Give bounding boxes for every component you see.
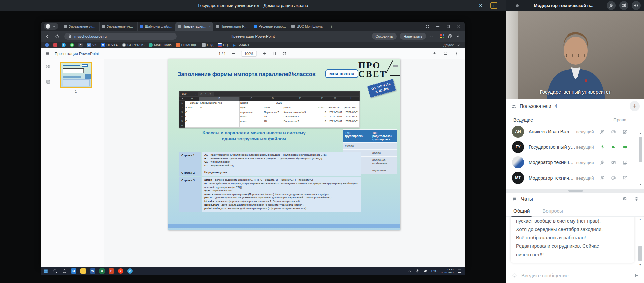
browser-profile-button[interactable] xyxy=(44,23,58,30)
popout-icon[interactable] xyxy=(622,196,627,201)
bookmark-почта[interactable]: ✉ПОЧТА xyxy=(101,43,118,47)
bookmark-icon-4[interactable]: ⚑ xyxy=(78,43,83,47)
bookmarks-more[interactable]: Другое xyxy=(443,43,461,48)
apps-grid-icon[interactable] xyxy=(425,24,430,29)
mic-right-icon[interactable] xyxy=(600,129,605,134)
scrollbar-thumb[interactable] xyxy=(638,246,642,261)
bookmark-сц[interactable]: СЦ xyxy=(218,43,228,47)
chat-settings-icon[interactable] xyxy=(634,196,639,201)
close-share-button[interactable]: × xyxy=(477,2,484,9)
panel-divider[interactable] xyxy=(506,189,644,193)
message-input[interactable]: Введите сообщение xyxy=(521,273,630,278)
participant-row-0[interactable]: АИАникеев Иван Вален...ведущий xyxy=(506,124,644,139)
speaker-video[interactable]: Государственный университет xyxy=(506,11,644,99)
folder-icon[interactable] xyxy=(78,267,88,275)
menu-icon[interactable] xyxy=(45,51,50,56)
divider-handle[interactable] xyxy=(568,190,583,192)
camera-right-icon[interactable] xyxy=(611,129,616,134)
volume-icon[interactable] xyxy=(423,269,428,274)
notifications-icon[interactable] xyxy=(457,269,462,274)
yandex-browser-icon[interactable]: Y xyxy=(116,267,125,275)
screen-right-icon[interactable] xyxy=(623,175,628,181)
participants-scrollbar[interactable]: ▲ ▼ xyxy=(638,132,643,186)
tab-general[interactable]: Общий xyxy=(513,205,530,217)
participant-row-3[interactable]: МТМодератор техничес...ведущий xyxy=(506,170,644,186)
word-icon[interactable]: W xyxy=(88,267,97,275)
back-icon[interactable] xyxy=(45,34,50,39)
screen-right-icon[interactable] xyxy=(623,129,628,134)
camera-off-button[interactable] xyxy=(619,1,628,10)
new-tab-button[interactable]: + xyxy=(330,24,333,29)
task-view-icon[interactable] xyxy=(60,267,69,275)
browser-tab-0[interactable]: Управление учебными за... xyxy=(62,22,100,31)
mic-right-icon[interactable] xyxy=(600,160,605,165)
page-thumbnail[interactable] xyxy=(60,62,92,88)
emoji-icon[interactable] xyxy=(512,273,517,278)
scrollbar-thumb[interactable] xyxy=(639,137,642,162)
search-icon[interactable] xyxy=(50,267,60,275)
participant-row-2[interactable]: Модератор техничес...ведущий xyxy=(506,155,644,170)
tray-expand-icon[interactable] xyxy=(407,269,412,274)
chat-messages[interactable]: пускает вообще в систему (нет прав).Хотя… xyxy=(506,217,644,268)
bookmark-smart[interactable]: ▶SMART xyxy=(232,43,250,47)
language-indicator[interactable]: РУС xyxy=(431,269,437,273)
add-user-button[interactable]: + xyxy=(630,101,640,111)
bookmark-icon-2[interactable]: ➤ xyxy=(62,43,66,47)
refresh-icon[interactable] xyxy=(55,34,60,39)
mic-right-icon[interactable] xyxy=(600,145,605,150)
zoom-in-icon[interactable] xyxy=(262,51,267,56)
browser-tab-2[interactable]: Шаблоны файлов, инстр... xyxy=(138,22,175,31)
excel-icon[interactable]: X xyxy=(97,267,107,275)
bookmark-guppros[interactable]: ◉GUPPROS xyxy=(122,43,144,47)
chat-scrollbar[interactable]: ▲ ▼ xyxy=(638,218,643,266)
bookmark-icon-3[interactable]: ✆ xyxy=(70,43,74,47)
bookmark-помощь[interactable]: !ПОМОЩЬ xyxy=(176,43,197,47)
browser-tab-5[interactable]: Решение вопросов рабо... xyxy=(251,22,289,31)
camera-right-icon[interactable] xyxy=(611,175,616,181)
clock[interactable]: 13:33 14.10.2023 xyxy=(440,268,454,274)
mic-tray-icon[interactable] xyxy=(415,269,420,274)
zoom-out-icon[interactable] xyxy=(231,51,236,56)
browser-tab-4[interactable]: Презентация PowerPoint xyxy=(213,22,251,31)
chevron-down-icon[interactable] xyxy=(429,34,434,39)
mic-right-icon[interactable] xyxy=(600,175,605,181)
browser-tab-3[interactable]: Презентация PowerPoi...× xyxy=(175,22,213,31)
print-icon[interactable] xyxy=(443,51,448,56)
download-icon[interactable] xyxy=(455,34,461,39)
download-icon[interactable] xyxy=(432,51,437,56)
maximize-icon[interactable] xyxy=(446,24,451,29)
settings-button[interactable] xyxy=(632,1,641,10)
tab-close-icon[interactable]: × xyxy=(209,24,211,28)
more-options-icon[interactable] xyxy=(454,51,459,56)
screen-right-icon[interactable] xyxy=(623,160,628,165)
camera-right-icon[interactable] xyxy=(611,145,616,150)
zoom-level[interactable]: 100% xyxy=(241,51,257,57)
add-share-button[interactable]: + xyxy=(490,2,497,9)
copy-tab-icon[interactable] xyxy=(447,34,452,39)
thumbnails-view-icon[interactable] xyxy=(44,62,52,70)
participant-row-1[interactable]: ГУГосударственный ун...ведущий xyxy=(506,139,644,155)
bookmark-моя-школа[interactable]: Моя Школа xyxy=(149,43,172,47)
bookmark-етд[interactable]: ЕТД xyxy=(202,43,213,47)
mail-app-icon[interactable]: ✉ xyxy=(69,267,78,275)
bookmark-vk[interactable]: VKVK xyxy=(87,43,97,47)
powerpoint-icon[interactable]: P xyxy=(107,267,116,275)
address-bar[interactable]: myschool.gupros.ru xyxy=(64,33,177,40)
rotate-icon[interactable] xyxy=(282,51,287,56)
browser-tab-6[interactable]: ЦОС Моя Школа xyxy=(289,22,327,31)
scroll-up-icon[interactable]: ▲ xyxy=(638,218,642,221)
outline-view-icon[interactable] xyxy=(44,78,52,86)
camera-right-icon[interactable] xyxy=(611,160,616,165)
browser-tab-1[interactable]: Управление учебными за... xyxy=(100,22,138,31)
minimize-icon[interactable] xyxy=(435,24,440,29)
scroll-up-icon[interactable]: ▲ xyxy=(638,132,643,135)
close-icon[interactable] xyxy=(456,24,461,29)
scroll-down-icon[interactable]: ▼ xyxy=(638,183,643,186)
scroll-down-icon[interactable]: ▼ xyxy=(638,263,642,266)
send-icon[interactable] xyxy=(634,273,639,278)
screen-right-icon[interactable] xyxy=(623,145,628,150)
fit-page-icon[interactable] xyxy=(272,51,277,56)
extensions-icon[interactable] xyxy=(440,34,444,38)
bookmark-icon-1[interactable] xyxy=(53,43,57,47)
tab-questions[interactable]: Вопросы xyxy=(542,205,563,217)
